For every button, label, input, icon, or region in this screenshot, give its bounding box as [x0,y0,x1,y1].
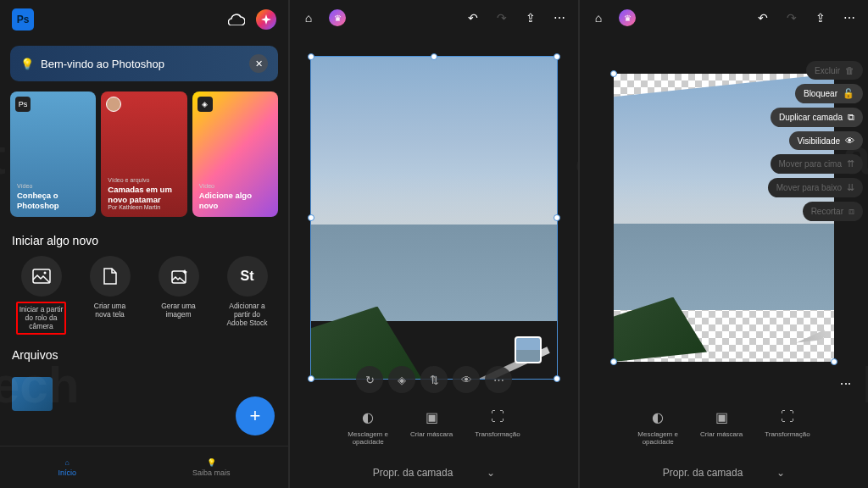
handle-bot-right[interactable] [554,375,560,382]
cloud-icon[interactable] [227,10,246,29]
tutorial-card[interactable]: Vídeo e arquivo Camadas em um novo patam… [101,92,186,217]
blend-tool[interactable]: ◐ Mesclagem e opacidade [637,407,678,459]
home-icon[interactable]: ⌂ [300,9,317,26]
canvas-tool-row: ↻ ◈ ⇅ 👁 ⋯ [356,366,512,393]
share-icon[interactable]: ⇪ [812,9,829,26]
close-button[interactable]: ✕ [249,54,268,73]
mask-icon: ▣ [711,407,732,427]
ctx-move-up: Mover para cima ⇈ [771,154,863,174]
files-title: Arquivos [0,335,288,370]
bottom-nav: ⌂ Início 💡 Saiba mais [0,446,288,488]
premium-icon[interactable]: ♛ [329,9,346,26]
canvas-area: ↻ ◈ ⇅ 👁 ⋯ [290,36,578,400]
handle-mid-right[interactable] [554,214,560,221]
tool-badge-icon: ◈ [198,97,213,112]
more-icon[interactable]: ⋯ [485,366,512,393]
redo-icon[interactable]: ↷ [783,9,800,26]
share-icon[interactable]: ⇪ [522,9,539,26]
reset-icon[interactable]: ↻ [356,366,383,393]
author-avatar [106,97,121,112]
chevron-down-icon: ⌄ [776,467,785,479]
editor-header: ⌂ ♛ ↶ ↷ ⇪ ⋯ [580,0,868,36]
handle-top-left[interactable] [610,70,617,77]
transform-icon: ⛶ [777,407,798,427]
duplicate-icon: ⧉ [848,112,854,123]
layer-context-menu: Excluir 🗑 Bloquear 🔓 Duplicar camada ⧉ V… [768,61,863,221]
undo-icon[interactable]: ↶ [754,9,771,26]
ctx-duplicate[interactable]: Duplicar camada ⧉ [771,108,863,127]
handle-top-left[interactable] [308,53,314,60]
visibility-icon[interactable]: 👁 [453,366,480,393]
handle-top-right[interactable] [554,53,560,60]
blend-tool[interactable]: ◐ Mesclagem e opacidade [348,407,388,459]
mask-tool[interactable]: ▣ Criar máscara [700,407,743,459]
ai-badge-icon[interactable] [256,9,276,30]
stock-icon: St [227,256,268,297]
layers-icon[interactable]: ◈ [388,366,415,393]
file-icon [90,256,131,297]
camera-roll-option[interactable]: Iniciar a partir do rolo da câmera [8,256,74,335]
editor-header: ⌂ ♛ ↶ ↷ ⇪ ⋯ [290,0,578,36]
ctx-move-down: Mover para baixo ⇊ [768,178,863,197]
bottom-tools: ◐ Mesclagem e opacidade ▣ Criar máscara … [580,400,868,459]
create-fab[interactable]: + [236,396,275,435]
home-icon: ⌂ [65,458,70,467]
ctx-visibility[interactable]: Visibilidade 👁 [789,131,863,150]
layer-props-bar[interactable]: Propr. da camada ⌄ [290,459,578,486]
transform-tool[interactable]: ⛶ Transformação [765,407,810,459]
more-icon[interactable]: ⋯ [551,9,568,26]
tutorial-cards: Ps Vídeo Conheça o Photoshop Vídeo e arq… [0,88,288,220]
generate-image-option[interactable]: Gerar uma imagem [146,256,211,335]
more-icon[interactable]: ⋯ [841,9,858,26]
eye-icon: 👁 [845,136,854,146]
tutorial-card[interactable]: Ps Vídeo Conheça o Photoshop [10,92,96,217]
start-new-title: Iniciar algo novo [0,220,288,256]
handle-mid-left[interactable] [308,214,314,221]
undo-icon[interactable]: ↶ [465,9,481,26]
new-options-row: Iniciar a partir do rolo da câmera Criar… [0,256,288,335]
premium-icon[interactable]: ♛ [619,9,636,26]
ctx-lock[interactable]: Bloquear 🔓 [795,84,863,103]
transform-icon: ⛶ [487,407,508,427]
handle-bot-left[interactable] [610,358,617,365]
lightbulb-icon: 💡 [207,458,216,467]
down-icon: ⇊ [847,182,854,193]
bottom-tools: ◐ Mesclagem e opacidade ▣ Criar máscara … [290,400,578,459]
nav-learn[interactable]: 💡 Saiba mais [192,458,231,477]
tutorial-card[interactable]: ◈ Vídeo Adicione algo novo [192,92,278,217]
image-content [311,57,557,379]
home-icon[interactable]: ⌂ [590,9,607,26]
more-vertical-icon[interactable]: ⋮ [839,378,853,388]
lightbulb-icon: 💡 [20,58,34,70]
editor-panel: a ⌂ ♛ ↶ ↷ ⇪ ⋯ [290,0,578,488]
up-icon: ⇈ [847,158,854,169]
file-thumbnail[interactable] [12,377,53,411]
handle-bot-left[interactable] [308,375,314,382]
sparkle-image-icon [159,256,199,297]
arrange-icon[interactable]: ⇅ [420,366,448,393]
handle-bot-right[interactable] [831,358,837,365]
adobe-stock-option[interactable]: St Adicionar a partir do Adobe Stock [214,256,280,335]
nav-home[interactable]: ⌂ Início [58,458,76,477]
ctx-delete: Excluir 🗑 [806,61,863,80]
new-canvas-option[interactable]: Criar uma nova tela [77,256,142,335]
mask-tool[interactable]: ▣ Criar máscara [410,407,453,459]
welcome-banner: 💡 Bem-vindo ao Photoshop ✕ [10,46,278,81]
svg-point-1 [43,272,46,274]
image-selection[interactable] [311,57,557,379]
canvas-area: Excluir 🗑 Bloquear 🔓 Duplicar camada ⧉ V… [580,36,868,400]
ps-badge-icon: Ps [15,97,31,112]
redo-icon[interactable]: ↷ [493,9,510,26]
trash-icon: 🗑 [845,65,854,75]
handle-top-mid[interactable] [431,53,437,60]
ctx-crop: Recortar ⧈ [803,202,863,221]
crop-icon: ⧈ [849,206,854,217]
home-header: Ps [0,0,288,39]
welcome-title: Bem-vindo ao Photoshop [41,58,164,70]
plus-icon: + [250,405,261,427]
layer-props-bar[interactable]: Propr. da camada ⌄ [580,459,868,486]
chevron-down-icon: ⌄ [487,467,495,479]
transform-tool[interactable]: ⛶ Transformação [475,407,520,459]
image-icon [21,256,62,297]
layer-thumbnail[interactable] [515,336,542,363]
